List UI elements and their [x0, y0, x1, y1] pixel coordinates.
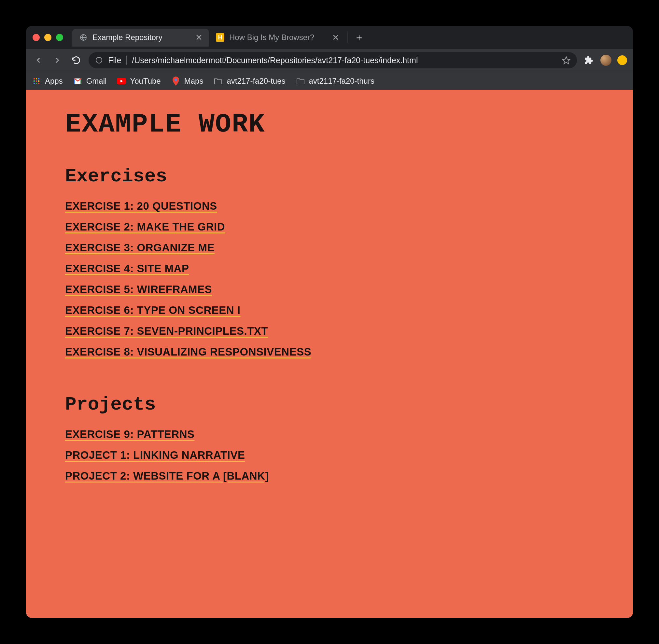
bookmark-label: avt2117-fa20-thurs	[309, 76, 374, 86]
tab-title: How Big Is My Browser?	[229, 33, 327, 42]
gmail-icon	[73, 76, 83, 86]
svg-rect-9	[36, 83, 37, 84]
new-tab-button[interactable]: ＋	[352, 30, 366, 45]
toolbar: File /Users/michaelmcdermott/Documents/R…	[26, 49, 633, 72]
apps-icon	[32, 76, 41, 86]
section-title-exercises: Exercises	[65, 166, 594, 187]
back-button[interactable]	[32, 54, 45, 67]
link-item[interactable]: PROJECT 1: LINKING NARRATIVE	[65, 449, 245, 461]
close-tab-icon[interactable]: ✕	[195, 33, 203, 42]
tab-divider	[347, 31, 347, 43]
extensions-icon[interactable]	[583, 54, 594, 66]
reload-button[interactable]	[70, 54, 83, 67]
bookmark-star-icon[interactable]	[562, 56, 570, 65]
page-title: EXAMPLE WORK	[65, 109, 594, 140]
bookmark-youtube[interactable]: YouTube	[117, 76, 160, 86]
page-viewport: EXAMPLE WORK Exercises EXERCISE 1: 20 QU…	[26, 90, 633, 618]
svg-rect-2	[33, 78, 35, 79]
bookmark-label: Maps	[184, 76, 204, 86]
bookmark-folder-avt217[interactable]: avt217-fa20-tues	[213, 76, 285, 86]
link-item[interactable]: EXERCISE 3: ORGANIZE ME	[65, 242, 214, 254]
url-divider	[126, 56, 127, 65]
bookmark-folder-avt2117[interactable]: avt2117-fa20-thurs	[296, 76, 374, 86]
window-controls	[32, 34, 63, 41]
info-icon	[95, 56, 103, 64]
link-item[interactable]: EXERCISE 8: VISUALIZING RESPONSIVENESS	[65, 346, 311, 358]
link-item[interactable]: EXERCISE 5: WIREFRAMES	[65, 283, 212, 296]
svg-rect-8	[33, 83, 35, 84]
url-scheme: File	[108, 56, 121, 65]
bookmark-label: Apps	[45, 76, 63, 86]
projects-list: EXERCISE 9: PATTERNS PROJECT 1: LINKING …	[65, 428, 594, 482]
close-window-button[interactable]	[32, 34, 40, 41]
link-item[interactable]: EXERCISE 1: 20 QUESTIONS	[65, 200, 217, 212]
link-item[interactable]: EXERCISE 4: SITE MAP	[65, 262, 189, 275]
bookmarks-bar: Apps Gmail YouTube Maps avt217-fa20-tues	[26, 72, 633, 90]
svg-point-12	[175, 78, 177, 81]
bookmark-label: YouTube	[130, 76, 160, 86]
bookmark-label: Gmail	[86, 76, 107, 86]
section-title-projects: Projects	[65, 394, 594, 415]
bookmark-gmail[interactable]: Gmail	[73, 76, 107, 86]
address-bar[interactable]: File /Users/michaelmcdermott/Documents/R…	[89, 52, 577, 68]
svg-rect-6	[36, 80, 37, 82]
svg-rect-3	[36, 78, 37, 79]
tab-example-repository[interactable]: Example Repository ✕	[72, 29, 209, 47]
link-item[interactable]: EXERCISE 7: SEVEN-PRINCIPLES.TXT	[65, 325, 268, 337]
link-item[interactable]: EXERCISE 2: MAKE THE GRID	[65, 221, 225, 233]
bookmark-label: avt217-fa20-tues	[227, 76, 285, 86]
maximize-window-button[interactable]	[56, 34, 63, 41]
forward-button[interactable]	[51, 54, 64, 67]
globe-icon	[79, 33, 88, 42]
tab-strip: Example Repository ✕ H How Big Is My Bro…	[26, 26, 633, 49]
youtube-icon	[117, 76, 126, 86]
tab-how-big-is-my-browser[interactable]: H How Big Is My Browser? ✕	[209, 29, 346, 47]
maps-icon	[171, 76, 180, 86]
tab-title: Example Repository	[92, 33, 191, 42]
link-item[interactable]: EXERCISE 9: PATTERNS	[65, 428, 195, 440]
browser-window: Example Repository ✕ H How Big Is My Bro…	[26, 26, 633, 618]
bookmark-maps[interactable]: Maps	[171, 76, 204, 86]
svg-rect-5	[33, 80, 35, 82]
minimize-window-button[interactable]	[44, 34, 51, 41]
close-tab-icon[interactable]: ✕	[332, 33, 339, 42]
svg-rect-7	[38, 80, 39, 82]
svg-rect-4	[38, 78, 39, 79]
link-item[interactable]: EXERCISE 6: TYPE ON SCREEN I	[65, 304, 240, 317]
url-path: /Users/michaelmcdermott/Documents/Reposi…	[132, 56, 557, 65]
favicon-h-icon: H	[215, 33, 225, 42]
svg-rect-10	[38, 83, 39, 84]
folder-icon	[296, 76, 305, 86]
folder-icon	[213, 76, 223, 86]
exercises-list: EXERCISE 1: 20 QUESTIONS EXERCISE 2: MAK…	[65, 200, 594, 358]
link-item[interactable]: PROJECT 2: WEBSITE FOR A [BLANK]	[65, 470, 269, 482]
bookmark-apps[interactable]: Apps	[32, 76, 63, 86]
profile-indicator[interactable]	[617, 55, 627, 65]
user-avatar[interactable]	[600, 55, 611, 66]
